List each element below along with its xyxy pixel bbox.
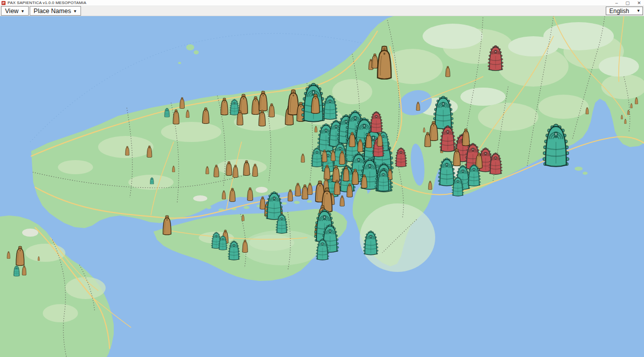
menubar: View ▼ Place Names ▼ English ▼ (0, 6, 644, 16)
map-canvas[interactable] (0, 16, 644, 357)
maximize-button[interactable]: ▢ (625, 0, 630, 6)
window-controls: – ▢ ✕ (615, 0, 641, 6)
language-select-value: English (609, 8, 629, 15)
app-logo-icon: P (2, 1, 6, 5)
titlebar: P PAX SAPIENTICA v1.0.0 MESOPOTAMIA – ▢ … (0, 0, 644, 6)
minimize-button[interactable]: – (615, 0, 618, 6)
place-names-menu-button[interactable]: Place Names ▼ (30, 6, 81, 16)
view-menu-button[interactable]: View ▼ (1, 6, 29, 16)
caret-down-icon: ▼ (21, 9, 25, 14)
view-menu-label: View (5, 8, 19, 15)
place-names-menu-label: Place Names (34, 8, 71, 15)
caret-down-icon: ▼ (636, 9, 640, 13)
language-select[interactable]: English ▼ (606, 7, 643, 15)
app-window: P PAX SAPIENTICA v1.0.0 MESOPOTAMIA – ▢ … (0, 0, 644, 357)
caret-down-icon: ▼ (73, 9, 77, 14)
close-button[interactable]: ✕ (637, 0, 641, 6)
window-title: PAX SAPIENTICA v1.0.0 MESOPOTAMIA (8, 1, 87, 5)
